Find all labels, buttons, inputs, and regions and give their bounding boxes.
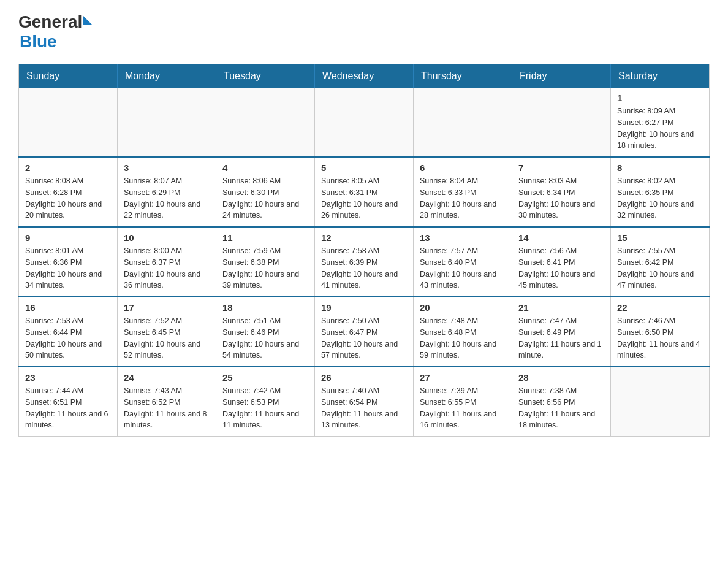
day-number: 18 — [222, 302, 308, 313]
day-number: 19 — [321, 302, 407, 313]
day-number: 7 — [518, 163, 604, 173]
calendar-cell: 7Sunrise: 8:03 AM Sunset: 6:34 PM Daylig… — [512, 157, 611, 227]
day-info: Sunrise: 8:09 AM Sunset: 6:27 PM Dayligh… — [617, 105, 703, 151]
page-header: General Blue — [18, 12, 710, 52]
day-info: Sunrise: 8:02 AM Sunset: 6:35 PM Dayligh… — [617, 175, 703, 221]
day-number: 2 — [25, 163, 111, 173]
day-info: Sunrise: 7:39 AM Sunset: 6:55 PM Dayligh… — [420, 385, 506, 431]
day-number: 24 — [124, 372, 210, 383]
day-info: Sunrise: 7:47 AM Sunset: 6:49 PM Dayligh… — [518, 315, 604, 361]
weekday-header-saturday: Saturday — [611, 64, 710, 88]
day-info: Sunrise: 7:58 AM Sunset: 6:39 PM Dayligh… — [321, 245, 407, 291]
day-info: Sunrise: 7:51 AM Sunset: 6:46 PM Dayligh… — [222, 315, 308, 361]
calendar-cell: 18Sunrise: 7:51 AM Sunset: 6:46 PM Dayli… — [216, 297, 315, 367]
day-info: Sunrise: 7:40 AM Sunset: 6:54 PM Dayligh… — [321, 385, 407, 431]
calendar-body: 1Sunrise: 8:09 AM Sunset: 6:27 PM Daylig… — [19, 88, 710, 437]
weekday-header-monday: Monday — [118, 64, 216, 88]
day-info: Sunrise: 8:07 AM Sunset: 6:29 PM Dayligh… — [124, 175, 210, 221]
day-info: Sunrise: 8:01 AM Sunset: 6:36 PM Dayligh… — [25, 245, 111, 291]
day-number: 1 — [617, 93, 703, 103]
calendar-cell: 28Sunrise: 7:38 AM Sunset: 6:56 PM Dayli… — [512, 367, 611, 437]
day-info: Sunrise: 7:38 AM Sunset: 6:56 PM Dayligh… — [518, 385, 604, 431]
day-info: Sunrise: 7:44 AM Sunset: 6:51 PM Dayligh… — [25, 385, 111, 431]
calendar-cell: 21Sunrise: 7:47 AM Sunset: 6:49 PM Dayli… — [512, 297, 611, 367]
day-number: 17 — [124, 302, 210, 313]
logo-triangle-icon — [83, 16, 92, 25]
day-info: Sunrise: 8:05 AM Sunset: 6:31 PM Dayligh… — [321, 175, 407, 221]
day-number: 23 — [25, 372, 111, 383]
day-info: Sunrise: 8:03 AM Sunset: 6:34 PM Dayligh… — [518, 175, 604, 221]
day-number: 20 — [420, 302, 506, 313]
logo-blue-text: Blue — [20, 32, 57, 52]
day-number: 6 — [420, 163, 506, 173]
day-number: 3 — [124, 163, 210, 173]
week-row-2: 2Sunrise: 8:08 AM Sunset: 6:28 PM Daylig… — [19, 157, 710, 227]
calendar-cell: 12Sunrise: 7:58 AM Sunset: 6:39 PM Dayli… — [315, 227, 414, 297]
logo-general-text: General — [18, 12, 82, 32]
calendar-cell: 11Sunrise: 7:59 AM Sunset: 6:38 PM Dayli… — [216, 227, 315, 297]
calendar-cell — [19, 88, 118, 157]
day-number: 9 — [25, 232, 111, 243]
day-info: Sunrise: 7:59 AM Sunset: 6:38 PM Dayligh… — [222, 245, 308, 291]
day-number: 11 — [222, 232, 308, 243]
day-info: Sunrise: 7:55 AM Sunset: 6:42 PM Dayligh… — [617, 245, 703, 291]
day-number: 10 — [124, 232, 210, 243]
day-number: 8 — [617, 163, 703, 173]
day-info: Sunrise: 8:00 AM Sunset: 6:37 PM Dayligh… — [124, 245, 210, 291]
day-number: 14 — [518, 232, 604, 243]
day-number: 13 — [420, 232, 506, 243]
weekday-header-thursday: Thursday — [414, 64, 512, 88]
calendar-cell: 1Sunrise: 8:09 AM Sunset: 6:27 PM Daylig… — [611, 88, 710, 157]
day-info: Sunrise: 7:53 AM Sunset: 6:44 PM Dayligh… — [25, 315, 111, 361]
week-row-5: 23Sunrise: 7:44 AM Sunset: 6:51 PM Dayli… — [19, 367, 710, 437]
day-info: Sunrise: 7:42 AM Sunset: 6:53 PM Dayligh… — [222, 385, 308, 431]
calendar-cell — [611, 367, 710, 437]
day-info: Sunrise: 7:50 AM Sunset: 6:47 PM Dayligh… — [321, 315, 407, 361]
day-number: 12 — [321, 232, 407, 243]
weekday-header-sunday: Sunday — [19, 64, 118, 88]
calendar-cell: 24Sunrise: 7:43 AM Sunset: 6:52 PM Dayli… — [118, 367, 216, 437]
day-info: Sunrise: 8:08 AM Sunset: 6:28 PM Dayligh… — [25, 175, 111, 221]
calendar-cell: 9Sunrise: 8:01 AM Sunset: 6:36 PM Daylig… — [19, 227, 118, 297]
calendar-cell: 10Sunrise: 8:00 AM Sunset: 6:37 PM Dayli… — [118, 227, 216, 297]
weekday-header-row: SundayMondayTuesdayWednesdayThursdayFrid… — [19, 64, 710, 88]
calendar-cell: 16Sunrise: 7:53 AM Sunset: 6:44 PM Dayli… — [19, 297, 118, 367]
calendar-cell — [414, 88, 512, 157]
day-number: 5 — [321, 163, 407, 173]
day-info: Sunrise: 8:06 AM Sunset: 6:30 PM Dayligh… — [222, 175, 308, 221]
day-number: 27 — [420, 372, 506, 383]
calendar-cell: 3Sunrise: 8:07 AM Sunset: 6:29 PM Daylig… — [118, 157, 216, 227]
calendar-cell: 4Sunrise: 8:06 AM Sunset: 6:30 PM Daylig… — [216, 157, 315, 227]
calendar-cell: 14Sunrise: 7:56 AM Sunset: 6:41 PM Dayli… — [512, 227, 611, 297]
calendar-cell: 19Sunrise: 7:50 AM Sunset: 6:47 PM Dayli… — [315, 297, 414, 367]
calendar-cell: 22Sunrise: 7:46 AM Sunset: 6:50 PM Dayli… — [611, 297, 710, 367]
calendar-cell: 2Sunrise: 8:08 AM Sunset: 6:28 PM Daylig… — [19, 157, 118, 227]
calendar-cell: 6Sunrise: 8:04 AM Sunset: 6:33 PM Daylig… — [414, 157, 512, 227]
day-info: Sunrise: 7:52 AM Sunset: 6:45 PM Dayligh… — [124, 315, 210, 361]
calendar-table: SundayMondayTuesdayWednesdayThursdayFrid… — [18, 64, 710, 437]
day-info: Sunrise: 7:43 AM Sunset: 6:52 PM Dayligh… — [124, 385, 210, 431]
calendar-cell: 15Sunrise: 7:55 AM Sunset: 6:42 PM Dayli… — [611, 227, 710, 297]
day-info: Sunrise: 7:57 AM Sunset: 6:40 PM Dayligh… — [420, 245, 506, 291]
day-number: 21 — [518, 302, 604, 313]
calendar-cell: 23Sunrise: 7:44 AM Sunset: 6:51 PM Dayli… — [19, 367, 118, 437]
week-row-1: 1Sunrise: 8:09 AM Sunset: 6:27 PM Daylig… — [19, 88, 710, 157]
day-number: 16 — [25, 302, 111, 313]
day-number: 22 — [617, 302, 703, 313]
logo: General Blue — [18, 12, 92, 52]
calendar-cell: 17Sunrise: 7:52 AM Sunset: 6:45 PM Dayli… — [118, 297, 216, 367]
weekday-header-wednesday: Wednesday — [315, 64, 414, 88]
week-row-4: 16Sunrise: 7:53 AM Sunset: 6:44 PM Dayli… — [19, 297, 710, 367]
day-number: 25 — [222, 372, 308, 383]
day-number: 28 — [518, 372, 604, 383]
calendar-cell — [118, 88, 216, 157]
weekday-header-tuesday: Tuesday — [216, 64, 315, 88]
day-number: 4 — [222, 163, 308, 173]
calendar-cell — [315, 88, 414, 157]
day-info: Sunrise: 7:46 AM Sunset: 6:50 PM Dayligh… — [617, 315, 703, 361]
calendar-cell: 5Sunrise: 8:05 AM Sunset: 6:31 PM Daylig… — [315, 157, 414, 227]
calendar-header: SundayMondayTuesdayWednesdayThursdayFrid… — [19, 64, 710, 88]
calendar-cell: 27Sunrise: 7:39 AM Sunset: 6:55 PM Dayli… — [414, 367, 512, 437]
calendar-cell — [512, 88, 611, 157]
day-info: Sunrise: 7:56 AM Sunset: 6:41 PM Dayligh… — [518, 245, 604, 291]
